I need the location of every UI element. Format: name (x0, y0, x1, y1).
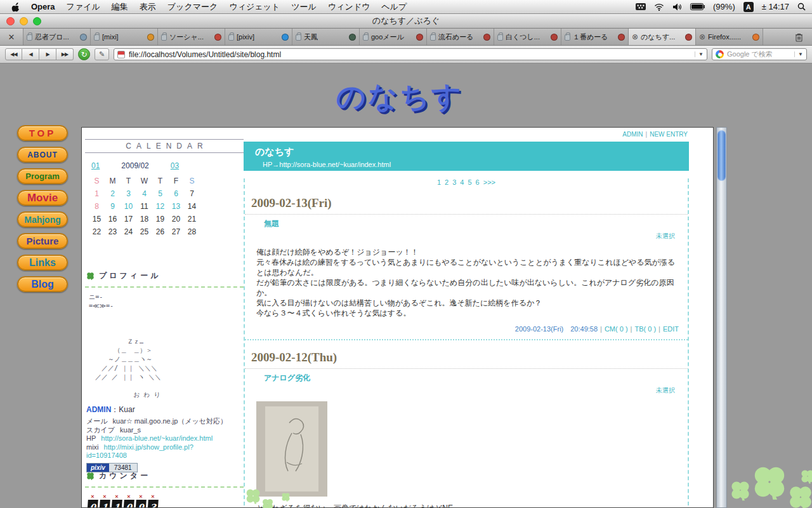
input-method-badge[interactable]: A (743, 2, 754, 12)
tab[interactable]: 天鳳 (292, 29, 360, 45)
menu-item[interactable]: ファイル (61, 1, 106, 13)
calendar-date: 27 (168, 227, 184, 236)
trackback-link[interactable]: TB( 0 ) (634, 325, 656, 333)
calendar-date[interactable]: 6 (168, 189, 184, 198)
menu-item[interactable]: 表示 (134, 1, 162, 13)
menu-item[interactable]: ウィンドウ (322, 1, 376, 13)
spotlight-icon[interactable] (797, 3, 806, 11)
forward-button[interactable]: ▶ (39, 48, 56, 60)
battery-icon[interactable] (690, 3, 705, 10)
panels-toggle-button[interactable]: ✕ (0, 29, 23, 45)
calendar-date[interactable]: 13 (168, 202, 184, 211)
menu-item[interactable]: ブックマーク (162, 1, 224, 13)
tab-close-icon[interactable]: ⊗ (699, 33, 705, 41)
calendar-date[interactable]: 5 (152, 189, 168, 198)
reload-button[interactable]: ↻ (78, 48, 90, 60)
page-link[interactable]: 6 (476, 178, 480, 186)
nav-button-movie[interactable]: Movie (17, 190, 68, 206)
tab-close-icon[interactable]: ⊗ (632, 33, 638, 41)
tab[interactable]: ソーシャ... (158, 29, 225, 45)
digit-value: 9 (135, 500, 147, 508)
close-window-button[interactable] (6, 17, 15, 25)
nav-button-top[interactable]: TOP (17, 125, 68, 141)
profile-link[interactable]: http://sora-blue.net/~kuar/index.html (101, 434, 213, 442)
blog-header: のなちす HP→http://sora-blue.net/~kuar/index… (244, 142, 689, 171)
scrollbar[interactable] (716, 127, 727, 508)
calendar-date[interactable]: 8 (89, 202, 105, 211)
note-edit-button[interactable]: ✎ (95, 48, 109, 60)
apple-menu-icon[interactable] (6, 2, 25, 12)
new-entry-link[interactable]: NEW ENTRY (650, 131, 688, 138)
calendar-date[interactable]: 10 (121, 202, 136, 211)
entry-category-link[interactable]: 未選択 (245, 386, 675, 395)
tab[interactable]: 忍者ブロ... (23, 29, 91, 45)
nav-button-links[interactable]: Links (17, 255, 68, 271)
calendar-next-month-link[interactable]: 03 (171, 161, 179, 170)
wifi-icon[interactable] (654, 3, 664, 11)
nav-button-about[interactable]: ABOUT (17, 147, 68, 163)
nav-button-blog[interactable]: Blog (17, 276, 68, 292)
nav-button-picture[interactable]: Picture (17, 233, 68, 249)
admin-link[interactable]: ADMIN (622, 131, 643, 138)
entry-category-link[interactable]: 未選択 (245, 232, 675, 241)
profile-link[interactable]: id=10917408 (86, 451, 127, 459)
scrollbar-thumb[interactable] (717, 130, 726, 181)
calendar-date[interactable]: 12 (152, 202, 168, 211)
back-button[interactable]: ◀ (22, 48, 39, 60)
tab[interactable]: gooメール (360, 29, 427, 45)
entry-image[interactable] (256, 401, 327, 497)
search-field[interactable]: Google で検索 ▼ (712, 48, 807, 60)
fast-forward-button[interactable]: ▶▶ (56, 48, 74, 60)
comments-link[interactable]: CM( 0 ) (605, 325, 628, 333)
tab[interactable]: １番めーる (561, 29, 629, 45)
tab[interactable]: 流石めーる (427, 29, 494, 45)
menu-item[interactable]: ウィジェット (223, 1, 285, 13)
calendar-date[interactable]: 4 (136, 189, 152, 198)
calendar-date[interactable]: 2 (105, 189, 121, 198)
page-link[interactable]: 3 (452, 178, 456, 186)
page-favicon-icon (117, 51, 125, 58)
tab[interactable]: ⊗のなちす... (629, 29, 696, 45)
zoom-window-button[interactable] (33, 17, 41, 25)
search-dropdown-icon[interactable]: ▼ (794, 51, 803, 57)
closed-tabs-trash-button[interactable] (785, 29, 812, 45)
tab[interactable]: ⊗Firefox...... (696, 29, 763, 45)
tab-label: 忍者ブロ... (35, 32, 77, 42)
entry-title-link[interactable]: アナログ劣化 (264, 373, 310, 384)
tab[interactable]: [pixiv] (225, 29, 292, 45)
profile-link[interactable]: http://mixi.jp/show_profile.pl? (104, 443, 193, 451)
blog-title: のなちす (244, 142, 689, 158)
tab[interactable]: [mixi] (91, 29, 158, 45)
url-field[interactable]: file://localhost/Volumes/Untitled/site/b… (114, 48, 707, 60)
url-dropdown-icon[interactable]: ▼ (695, 51, 704, 57)
profile-admin-link[interactable]: ADMIN (86, 405, 111, 414)
menu-item[interactable]: 編集 (106, 1, 134, 13)
volume-icon[interactable] (672, 3, 682, 11)
menu-item[interactable]: ヘルプ (376, 1, 412, 13)
nav-button-mahjong[interactable]: Mahjong (17, 211, 68, 227)
displays-icon[interactable] (636, 3, 646, 10)
page-link[interactable]: 1 (437, 178, 441, 186)
blog-subtitle[interactable]: HP→http://sora-blue.net/~kuar/index.html (244, 158, 689, 168)
menubar-clock[interactable]: ± 14:17 (762, 2, 789, 11)
tab[interactable]: 白くつし... (494, 29, 561, 45)
profile-line: id=10917408 (86, 451, 245, 460)
page-link[interactable]: 2 (445, 178, 449, 186)
entry-title-link[interactable]: 無題 (264, 218, 279, 229)
nav-button-program[interactable]: Program (17, 168, 68, 184)
window-titlebar[interactable]: のなちす／ぶろぐ (0, 14, 812, 29)
edit-link[interactable]: EDIT (663, 325, 679, 333)
page-link[interactable]: 4 (460, 178, 464, 186)
page-link[interactable]: 5 (468, 178, 471, 186)
minimize-window-button[interactable] (20, 17, 28, 25)
calendar-date[interactable]: 9 (105, 202, 121, 211)
url-text[interactable]: file://localhost/Volumes/Untitled/site/b… (129, 50, 691, 59)
menu-item[interactable]: Opera (25, 2, 61, 11)
menu-item[interactable]: ツール (285, 1, 322, 13)
calendar-date[interactable]: 3 (121, 189, 136, 198)
calendar-date[interactable]: 1 (89, 189, 105, 198)
calendar-prev-month-link[interactable]: 01 (91, 161, 100, 170)
search-placeholder[interactable]: Google で検索 (727, 50, 791, 59)
next-pages-link[interactable]: >>> (483, 178, 495, 186)
rewind-button[interactable]: ◀◀ (5, 48, 22, 60)
